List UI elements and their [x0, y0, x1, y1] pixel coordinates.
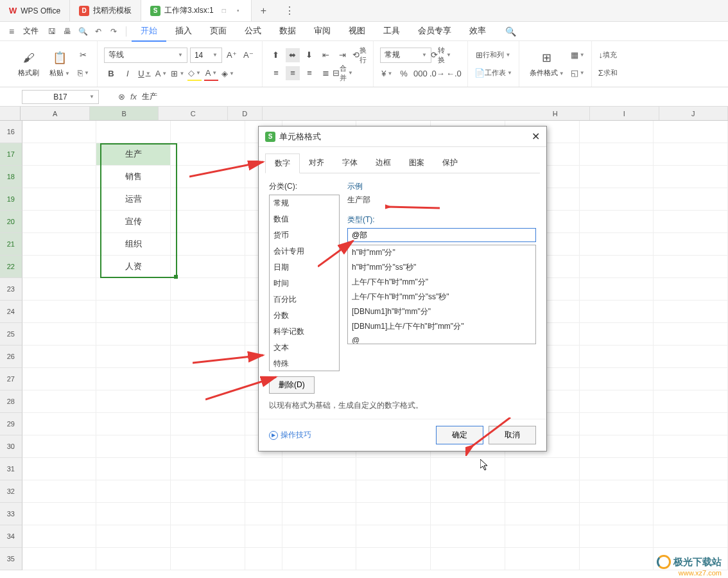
cell[interactable] — [580, 548, 654, 570]
cell[interactable] — [580, 143, 654, 166]
cell[interactable] — [171, 301, 245, 323]
format-item[interactable]: @ — [348, 334, 535, 344]
cell[interactable] — [654, 121, 728, 143]
cell[interactable] — [22, 278, 97, 301]
cell[interactable] — [580, 390, 654, 413]
align-right-icon[interactable]: ≡ — [302, 66, 316, 80]
cell[interactable]: 组织 — [96, 233, 171, 256]
save-icon[interactable]: 🖫 — [47, 26, 57, 37]
print-icon[interactable]: 🖶 — [62, 26, 73, 37]
select-all-corner[interactable] — [0, 107, 21, 120]
category-item[interactable]: 常规 — [270, 195, 339, 211]
cell[interactable]: 宣传 — [96, 211, 171, 233]
cell[interactable] — [171, 256, 245, 278]
cell[interactable] — [171, 548, 245, 570]
cell[interactable] — [171, 143, 245, 166]
underline-button[interactable]: U▼ — [137, 67, 152, 81]
cell[interactable] — [22, 548, 97, 570]
convert-button[interactable]: ⟳ 转换▼ — [434, 48, 448, 62]
cell[interactable]: 运营 — [96, 188, 171, 211]
cell[interactable] — [654, 525, 728, 548]
category-item[interactable]: 货币 — [270, 227, 339, 243]
cell[interactable] — [356, 458, 431, 480]
align-left-icon[interactable]: ≡ — [269, 66, 283, 80]
file-menu[interactable]: 文件 — [18, 23, 44, 39]
category-item[interactable]: 科学记数 — [270, 324, 339, 340]
row-header[interactable]: 28 — [0, 390, 22, 413]
col-header-d[interactable]: D — [228, 107, 263, 120]
tab-overflow-button[interactable]: ⋮ — [275, 0, 304, 21]
cond-format-button[interactable]: ⊞ 条件格式▼ — [526, 48, 568, 80]
cell[interactable] — [171, 458, 245, 480]
cell[interactable] — [654, 368, 728, 390]
category-list[interactable]: 常规数值货币会计专用日期时间百分比分数科学记数文本特殊自定义 — [269, 195, 340, 371]
align-bottom-icon[interactable]: ⬇ — [302, 48, 316, 62]
decrease-font-icon[interactable]: A⁻ — [241, 48, 256, 62]
col-header-h[interactable]: H — [521, 107, 590, 120]
cell[interactable] — [245, 503, 282, 525]
cell[interactable] — [654, 233, 728, 256]
tab-insert[interactable]: 插入 — [166, 21, 201, 42]
row-header[interactable]: 35 — [0, 548, 22, 570]
row-header[interactable]: 34 — [0, 525, 22, 548]
cell[interactable] — [356, 525, 431, 548]
col-header-b[interactable]: B — [90, 107, 159, 120]
cell[interactable] — [580, 503, 654, 525]
currency-icon[interactable]: ¥▼ — [380, 67, 394, 81]
strikethrough-button[interactable]: A▼ — [154, 67, 168, 81]
cell[interactable] — [245, 480, 282, 503]
cell[interactable] — [580, 480, 654, 503]
cell[interactable] — [654, 211, 728, 233]
category-item[interactable]: 分数 — [270, 308, 339, 324]
row-header[interactable]: 19 — [0, 188, 22, 211]
cell[interactable] — [580, 211, 654, 233]
increase-indent-icon[interactable]: ⇥ — [336, 48, 350, 62]
align-top-icon[interactable]: ⬆ — [269, 48, 283, 62]
dlg-tab-align[interactable]: 对齐 — [300, 153, 333, 173]
cell[interactable] — [96, 323, 171, 346]
tab-home[interactable]: 开始 — [132, 21, 166, 42]
cell[interactable] — [171, 188, 245, 211]
dlg-tab-border[interactable]: 边框 — [367, 153, 400, 173]
cell[interactable] — [171, 233, 245, 256]
tab-data[interactable]: 数据 — [270, 21, 305, 42]
cell[interactable] — [654, 256, 728, 278]
comma-icon[interactable]: 000 — [413, 67, 428, 81]
align-middle-icon[interactable]: ⬌ — [286, 48, 300, 62]
cell[interactable] — [245, 525, 282, 548]
cell[interactable] — [171, 503, 245, 525]
cell[interactable] — [96, 503, 171, 525]
row-header[interactable]: 17 — [0, 143, 22, 166]
cell[interactable] — [96, 458, 171, 480]
row-header[interactable]: 26 — [0, 346, 22, 368]
cell[interactable] — [96, 301, 171, 323]
percent-icon[interactable]: % — [397, 67, 411, 81]
cell[interactable] — [431, 480, 505, 503]
cell[interactable] — [171, 480, 245, 503]
cell[interactable] — [22, 233, 97, 256]
cell[interactable] — [580, 166, 654, 188]
dialog-titlebar[interactable]: S 单元格格式 ✕ — [259, 127, 546, 147]
cell[interactable] — [22, 121, 97, 143]
cancel-button[interactable]: 取消 — [489, 426, 536, 444]
worksheet-button[interactable]: 📄 工作表▼ — [474, 66, 512, 80]
cell[interactable] — [580, 458, 654, 480]
cell[interactable] — [171, 323, 245, 346]
cell[interactable] — [505, 548, 580, 570]
clear-format-button[interactable]: ◈▼ — [221, 67, 235, 81]
col-header-a[interactable]: A — [21, 107, 90, 120]
cell[interactable] — [22, 301, 97, 323]
tab-member[interactable]: 会员专享 — [409, 21, 460, 42]
cell[interactable] — [580, 525, 654, 548]
cell[interactable] — [356, 480, 431, 503]
bold-button[interactable]: B — [104, 67, 118, 81]
cell[interactable] — [654, 435, 728, 458]
cell[interactable] — [654, 413, 728, 435]
cell[interactable] — [282, 458, 357, 480]
cell[interactable] — [654, 278, 728, 301]
decrease-decimal-icon[interactable]: ←.0 — [447, 67, 461, 81]
cell[interactable] — [580, 301, 654, 323]
number-format-select[interactable]: 常规▼ — [380, 48, 431, 63]
cell[interactable] — [171, 346, 245, 368]
justify-icon[interactable]: ≣ — [319, 66, 333, 80]
